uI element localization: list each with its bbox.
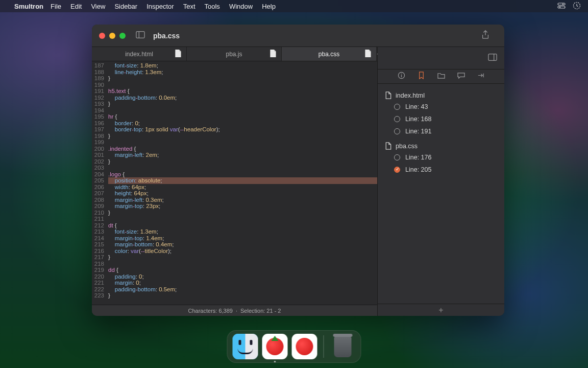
line-number-gutter: 1871881891901911921931941951961971981992… <box>92 61 107 305</box>
dock-smultron-icon[interactable] <box>262 334 288 359</box>
editor-window: pba.css index.html pba.js pba.css + <box>92 25 504 316</box>
code-content[interactable]: font-size: 1.8em; line-height: 1.3em;} h… <box>107 61 377 305</box>
traffic-lights <box>99 33 126 39</box>
window-maximize-button[interactable] <box>119 33 126 39</box>
add-marker-button[interactable]: + <box>438 306 443 315</box>
svg-rect-7 <box>488 54 497 60</box>
document-icon <box>364 50 371 59</box>
menu-file[interactable]: File <box>51 3 61 10</box>
status-bar: Characters: 6,389 · Selection: 21 - 2 <box>92 305 377 316</box>
window-close-button[interactable] <box>99 33 105 39</box>
right-sidebar-toggle-icon[interactable] <box>488 53 497 64</box>
document-tabbar: index.html pba.js pba.css + <box>92 47 377 61</box>
dock-separator <box>324 335 324 358</box>
markers-list: index.htmlLine: 43Line: 168Line: 191pba.… <box>378 84 504 304</box>
dock-trash-icon[interactable] <box>330 334 356 359</box>
inspector-footer: + <box>378 304 504 316</box>
comment-icon[interactable] <box>457 72 465 81</box>
tab-pba-js[interactable]: pba.js <box>187 47 282 61</box>
inspector-pane: index.htmlLine: 43Line: 168Line: 191pba.… <box>378 47 504 316</box>
dock-finder-icon[interactable] <box>233 334 258 359</box>
svg-rect-0 <box>558 3 565 5</box>
bookmark-icon[interactable] <box>418 72 425 81</box>
inspector-titlebar <box>378 47 504 70</box>
inspector-toolbar <box>378 70 504 84</box>
marker-line[interactable]: Line: 191 <box>385 125 497 137</box>
menu-edit[interactable]: Edit <box>70 3 82 10</box>
menu-inspector[interactable]: Inspector <box>146 3 174 10</box>
marker-file[interactable]: pba.css <box>385 141 497 151</box>
macos-menubar: Smultron File Edit View Sidebar Inspecto… <box>0 0 588 12</box>
svg-rect-1 <box>558 6 565 8</box>
svg-point-10 <box>401 74 402 75</box>
info-icon[interactable] <box>398 72 405 81</box>
status-characters: Characters: 6,389 <box>188 308 233 314</box>
marker-line[interactable]: Line: 43 <box>385 101 497 113</box>
left-sidebar-toggle-icon[interactable] <box>136 30 145 41</box>
menu-view[interactable]: View <box>91 3 105 10</box>
window-minimize-button[interactable] <box>109 33 115 39</box>
clock-icon[interactable] <box>573 2 581 11</box>
menu-window[interactable]: Window <box>229 3 253 10</box>
tab-label: index.html <box>125 51 153 58</box>
share-icon[interactable] <box>481 30 490 41</box>
marker-line[interactable]: Line: 168 <box>385 113 497 125</box>
tab-label: pba.css <box>318 51 339 58</box>
document-icon <box>270 50 276 59</box>
folder-icon[interactable] <box>437 72 445 81</box>
macos-dock <box>227 330 361 363</box>
app-menu[interactable]: Smultron <box>14 3 43 10</box>
document-icon <box>175 50 181 59</box>
svg-point-3 <box>559 6 560 7</box>
menu-text[interactable]: Text <box>183 3 195 10</box>
tab-pba-css[interactable]: pba.css <box>282 47 377 61</box>
export-icon[interactable] <box>477 72 485 81</box>
svg-rect-5 <box>136 31 144 38</box>
code-editor[interactable]: 1871881891901911921931941951961971981992… <box>92 61 377 305</box>
marker-line[interactable]: Line: 176 <box>385 151 497 164</box>
svg-point-2 <box>562 3 564 4</box>
menu-tools[interactable]: Tools <box>205 3 220 10</box>
window-title: pba.css <box>153 32 180 40</box>
menu-sidebar[interactable]: Sidebar <box>114 3 137 10</box>
status-separator: · <box>236 308 237 314</box>
tab-label: pba.js <box>226 51 242 58</box>
control-center-icon[interactable] <box>557 2 566 11</box>
marker-file[interactable]: index.html <box>385 90 497 101</box>
menu-help[interactable]: Help <box>262 3 276 10</box>
dock-smultron-alt-icon[interactable] <box>292 334 317 359</box>
tab-index-html[interactable]: index.html <box>92 47 187 61</box>
editor-pane: index.html pba.js pba.css + 187188189190… <box>92 47 378 316</box>
marker-line[interactable]: Line: 205 <box>385 164 497 176</box>
status-selection: Selection: 21 - 2 <box>240 308 281 314</box>
window-titlebar[interactable]: pba.css <box>92 25 504 47</box>
